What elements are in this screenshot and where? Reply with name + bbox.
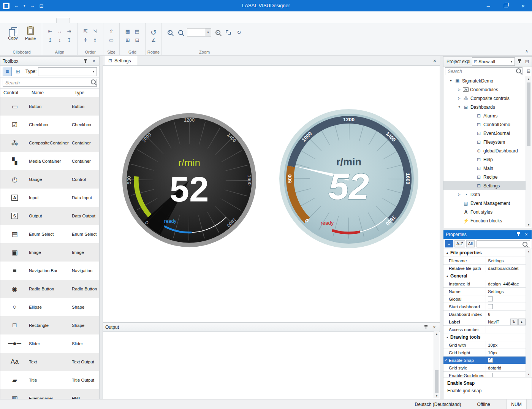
toolbox-row[interactable]: ◉ Radio Button Radio Button bbox=[0, 280, 99, 298]
tree-item[interactable]: ⊡ Filesystem bbox=[443, 138, 526, 146]
refresh-icon[interactable] bbox=[510, 319, 518, 325]
toolbox-row[interactable]: S Output Data Output bbox=[0, 207, 99, 225]
tree-item[interactable]: ⊡ Alarms bbox=[443, 111, 526, 120]
close-panel-icon[interactable]: × bbox=[523, 231, 529, 238]
tree-item[interactable]: ⚡ Function blocks bbox=[443, 216, 526, 225]
send-to-back-button[interactable]: ⇲ bbox=[91, 27, 99, 35]
bring-to-front-button[interactable]: ⇱ bbox=[81, 27, 90, 35]
align-bottom-button[interactable]: ↧ bbox=[65, 36, 73, 44]
property-value[interactable]: dotgrid bbox=[486, 364, 526, 371]
filter-select[interactable]: ⊡ Show all ▾ bbox=[472, 57, 515, 66]
project-search-input[interactable] bbox=[445, 67, 522, 75]
toolbox-row[interactable]: ⁂ CompositeContainer Container bbox=[0, 134, 99, 152]
menu-tab[interactable] bbox=[56, 18, 70, 24]
scroll-down-icon[interactable]: ▾ bbox=[434, 393, 439, 398]
scroll-up-icon[interactable]: ▴ bbox=[434, 331, 439, 336]
align-middle-button[interactable]: ↕ bbox=[55, 36, 64, 44]
expander-icon[interactable]: ▾ bbox=[457, 105, 461, 109]
property-row[interactable]: Label NaviT bbox=[443, 318, 526, 326]
property-row[interactable]: Grid with 10px bbox=[443, 341, 526, 349]
property-value[interactable] bbox=[486, 372, 526, 377]
property-section-header[interactable]: File properties bbox=[443, 249, 526, 257]
zoom-fit-button[interactable] bbox=[224, 29, 233, 36]
output-log[interactable] bbox=[103, 331, 434, 398]
properties-scrollbar[interactable]: ▴ ▾ bbox=[526, 249, 531, 377]
tree-item[interactable]: A Font styles bbox=[443, 208, 526, 216]
type-select[interactable]: ▾ bbox=[38, 67, 97, 76]
align-center-button[interactable]: ↔ bbox=[55, 27, 64, 35]
scroll-thumb[interactable] bbox=[527, 82, 530, 146]
property-value[interactable]: 10px bbox=[486, 349, 526, 356]
toolbox-row[interactable]: ─●─ Slider Slider bbox=[0, 334, 99, 353]
menu-tab[interactable] bbox=[70, 18, 83, 23]
zoom-reset-button[interactable]: ↻ bbox=[235, 29, 243, 36]
property-section-header[interactable]: Drawing tools bbox=[443, 333, 526, 341]
tab-settings[interactable]: ⊡ Settings bbox=[105, 56, 137, 65]
property-row[interactable]: Grid height 10px bbox=[443, 349, 526, 357]
send-backward-button[interactable]: ⇟ bbox=[91, 36, 99, 44]
quick-access-dropdown-icon[interactable]: ▾ bbox=[24, 4, 25, 8]
toolbox-row[interactable]: □ Rectangle Shape bbox=[0, 316, 99, 334]
property-row[interactable]: Relative file path dashboards\Set bbox=[443, 265, 526, 272]
tree-item[interactable]: ⊡ Help bbox=[443, 155, 526, 164]
property-value[interactable]: NaviT bbox=[486, 318, 526, 325]
categorized-view-button[interactable]: ≡ bbox=[445, 240, 453, 247]
scroll-up-icon[interactable]: ▴ bbox=[526, 249, 531, 254]
design-canvas[interactable]: 0 500 1000 1200 1400 1600 1800 r/min 52 … bbox=[103, 66, 440, 322]
property-row[interactable]: Enable Guidelines bbox=[443, 372, 526, 377]
snap-grid-button[interactable]: ⊞ bbox=[124, 36, 132, 44]
tree-item[interactable]: ⊡ Settings bbox=[443, 181, 526, 190]
minimize-button[interactable]: – bbox=[480, 0, 497, 11]
zoom-level-select[interactable]: ▾ bbox=[187, 28, 211, 36]
list-view-button[interactable]: ≡ bbox=[3, 67, 12, 76]
expander-icon[interactable]: ▷ bbox=[457, 88, 461, 91]
tree-item[interactable]: ▾ ⊞ Dashboards bbox=[443, 103, 526, 111]
scroll-up-icon[interactable]: ▴ bbox=[526, 76, 531, 81]
property-value[interactable] bbox=[486, 357, 526, 364]
collapse-ribbon-icon[interactable]: ∧ bbox=[525, 49, 528, 54]
scroll-down-icon[interactable]: ▾ bbox=[526, 372, 531, 377]
tree-item[interactable]: ⊡ ControlDemo bbox=[443, 120, 526, 129]
property-value[interactable]: Settings bbox=[486, 257, 526, 264]
toolbox-row[interactable]: ◷ Gauge Control bbox=[0, 170, 99, 189]
restore-button[interactable] bbox=[497, 0, 515, 11]
scroll-down-icon[interactable]: ▾ bbox=[526, 222, 531, 227]
properties-search-input[interactable] bbox=[477, 240, 530, 247]
back-icon[interactable]: ← bbox=[14, 3, 19, 9]
zoom-button[interactable] bbox=[176, 29, 185, 36]
property-row[interactable]: Enable Snap bbox=[443, 357, 526, 364]
pin-icon[interactable] bbox=[423, 324, 429, 330]
toolbox-row[interactable]: ≡ Navigation Bar Navigation bbox=[0, 262, 99, 280]
tree-item[interactable]: ⊡ Main bbox=[443, 164, 526, 173]
property-value[interactable]: 10px bbox=[486, 341, 526, 349]
pin-icon[interactable] bbox=[82, 58, 89, 64]
property-row[interactable]: Filename Settings bbox=[443, 257, 526, 265]
property-row[interactable]: Global bbox=[443, 295, 526, 303]
show-grid-button[interactable]: ▦ bbox=[124, 27, 132, 35]
align-left-button[interactable]: ⇤ bbox=[46, 27, 54, 35]
zoom-in-button[interactable] bbox=[166, 29, 174, 36]
property-value[interactable]: Settings bbox=[486, 288, 526, 295]
window-icon[interactable]: ⊡ bbox=[40, 3, 44, 9]
toolbox-row[interactable]: ○ Ellipse Shape bbox=[0, 298, 99, 316]
checkbox[interactable] bbox=[488, 373, 493, 377]
tree-item[interactable]: ⊕ globalDashboard bbox=[443, 146, 526, 155]
toolbox-row[interactable]: A Input Data Input bbox=[0, 189, 99, 207]
expander-icon[interactable]: ▷ bbox=[457, 97, 461, 100]
checkbox[interactable] bbox=[488, 296, 493, 301]
toolbox-row[interactable]: ▣ Image Image bbox=[0, 243, 99, 262]
grid-view-button[interactable]: ⊞ bbox=[13, 67, 22, 76]
angle-button[interactable]: ∡ bbox=[149, 36, 158, 44]
tree-item[interactable]: ▷ Js Codemodules bbox=[443, 85, 526, 94]
tree-item[interactable]: ▷ ⁂ Composite controls bbox=[443, 94, 526, 103]
toolbox-row[interactable]: ▥ Filemanager HMI bbox=[0, 389, 99, 399]
property-value[interactable] bbox=[486, 326, 526, 333]
forward-icon[interactable]: → bbox=[30, 3, 35, 9]
expander-icon[interactable]: ▷ bbox=[457, 193, 461, 196]
output-scrollbar[interactable]: ▴ ▾ bbox=[434, 331, 439, 398]
zoom-dropdown-icon[interactable]: ▾ bbox=[205, 29, 211, 36]
align-right-button[interactable]: ⇥ bbox=[65, 27, 73, 35]
dock-icon[interactable]: ⊟ bbox=[524, 59, 530, 65]
property-row[interactable]: Name Settings bbox=[443, 288, 526, 295]
menu-tab[interactable] bbox=[5, 18, 17, 23]
